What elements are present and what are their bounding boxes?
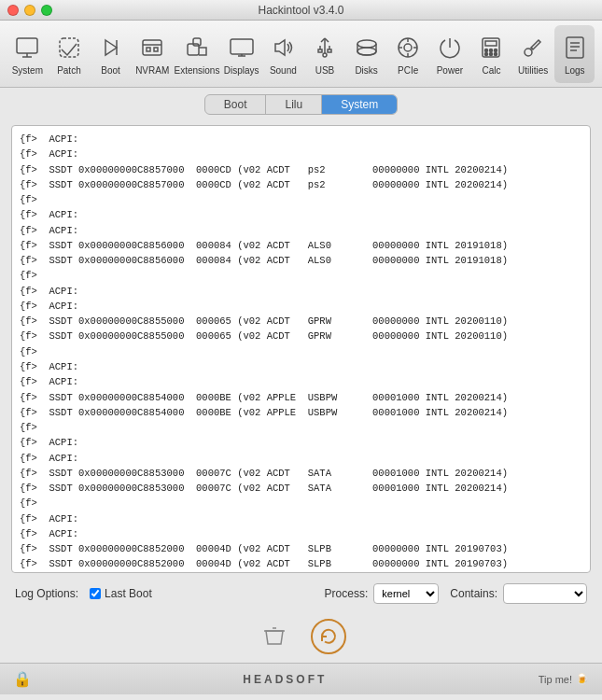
svg-rect-26: [485, 41, 497, 46]
toolbar-system-label: System: [12, 65, 43, 76]
action-bar: [0, 610, 602, 663]
boot-icon: [96, 33, 126, 63]
system-icon: [12, 33, 42, 63]
svg-rect-8: [154, 48, 158, 51]
toolbar-nvram-label: NVRAM: [135, 65, 169, 76]
svg-rect-11: [231, 39, 253, 54]
patch-icon: [54, 33, 84, 63]
boot-tab[interactable]: Boot: [205, 95, 267, 114]
svg-point-21: [357, 48, 376, 55]
contains-label: Contains:: [450, 587, 497, 600]
sound-icon: [268, 33, 298, 63]
lilu-tab[interactable]: Lilu: [266, 95, 322, 114]
svg-rect-0: [17, 38, 37, 53]
toolbar-utilities[interactable]: Utilities: [513, 25, 553, 83]
clear-button[interactable]: [257, 619, 292, 654]
svg-point-15: [323, 53, 327, 57]
toolbar-calc[interactable]: Calc: [471, 25, 511, 83]
svg-rect-3: [60, 38, 78, 57]
minimize-button[interactable]: [24, 5, 35, 16]
svg-rect-10: [193, 38, 201, 46]
displays-icon: [227, 33, 257, 63]
svg-point-33: [525, 49, 532, 56]
toolbar-patch[interactable]: Patch: [49, 25, 90, 83]
toolbar-system[interactable]: System: [7, 25, 48, 83]
toolbar-extensions[interactable]: Extensions: [175, 25, 220, 83]
toolbar-disks[interactable]: Disks: [346, 25, 386, 83]
svg-point-32: [495, 52, 497, 55]
tipme-label: Tip me!: [539, 674, 572, 685]
lock-icon: 🔒: [13, 670, 32, 688]
close-button[interactable]: [7, 5, 19, 16]
toolbar-usb[interactable]: USB: [305, 25, 345, 83]
calc-icon: [476, 33, 506, 63]
tab-bar: Boot Lilu System: [0, 88, 602, 121]
svg-rect-35: [567, 37, 583, 58]
toolbar-logs-label: Logs: [565, 65, 585, 76]
svg-point-31: [490, 52, 493, 55]
window-title: Hackintool v3.4.0: [258, 4, 343, 17]
svg-point-30: [485, 52, 488, 55]
utilities-icon: [518, 33, 548, 63]
toolbar-patch-label: Patch: [57, 65, 81, 76]
log-options-label: Log Options:: [15, 587, 78, 600]
process-select[interactable]: kernel: [373, 583, 439, 604]
extensions-icon: [182, 33, 212, 63]
usb-icon: [310, 33, 340, 63]
last-boot-checkbox[interactable]: [90, 588, 101, 599]
footer: 🔒 HEADSOFT Tip me! 🍺: [0, 663, 602, 694]
disks-icon: [352, 33, 382, 63]
toolbar-boot-label: Boot: [101, 65, 120, 76]
svg-point-23: [404, 44, 412, 51]
process-label: Process:: [325, 587, 369, 600]
toolbar-pcie-label: PCIe: [398, 65, 418, 76]
svg-rect-18: [318, 49, 322, 52]
options-bar: Log Options: Last Boot Process: kernel C…: [0, 577, 602, 610]
toolbar-pcie[interactable]: PCIe: [388, 25, 428, 83]
tab-group: Boot Lilu System: [204, 94, 398, 115]
last-boot-label: Last Boot: [105, 587, 152, 600]
toolbar-power[interactable]: Power: [430, 25, 470, 83]
last-boot-group: Last Boot: [90, 587, 152, 600]
toolbar-sound-label: Sound: [270, 65, 297, 76]
pcie-icon: [393, 33, 423, 63]
beer-icon: 🍺: [576, 673, 589, 685]
nvram-icon: [137, 33, 167, 63]
svg-point-29: [495, 49, 497, 51]
logs-icon: [560, 33, 590, 63]
toolbar-disks-label: Disks: [355, 65, 377, 76]
contains-group: Contains:: [450, 583, 587, 604]
toolbar-boot[interactable]: Boot: [91, 25, 131, 83]
toolbar-sound[interactable]: Sound: [263, 25, 303, 83]
window-controls: [7, 5, 52, 16]
svg-rect-7: [147, 48, 150, 51]
toolbar-power-label: Power: [437, 65, 463, 76]
toolbar-displays[interactable]: Displays: [221, 25, 261, 83]
toolbar-displays-label: Displays: [224, 65, 259, 76]
contains-select[interactable]: [503, 583, 587, 604]
svg-rect-5: [143, 40, 161, 55]
toolbar-nvram[interactable]: NVRAM: [133, 25, 173, 83]
power-icon: [435, 33, 465, 63]
svg-point-27: [485, 49, 488, 51]
log-content[interactable]: {f> ACPI: {f> ACPI: {f> SSDT 0x00000000C…: [12, 126, 590, 572]
toolbar: System Patch Boot: [0, 21, 602, 88]
toolbar-utilities-label: Utilities: [518, 65, 548, 76]
toolbar-logs[interactable]: Logs: [554, 25, 595, 83]
log-area: {f> ACPI: {f> ACPI: {f> SSDT 0x00000000C…: [11, 125, 591, 573]
maximize-button[interactable]: [41, 5, 52, 16]
process-group: Process: kernel: [325, 583, 440, 604]
footer-logo: HEADSOFT: [243, 673, 327, 686]
toolbar-extensions-label: Extensions: [175, 65, 220, 76]
svg-rect-19: [328, 49, 331, 52]
toolbar-calc-label: Calc: [482, 65, 500, 76]
tipme-group: Tip me! 🍺: [539, 673, 589, 685]
svg-point-20: [357, 40, 376, 48]
titlebar: Hackintool v3.4.0: [0, 0, 602, 21]
reload-button[interactable]: [311, 619, 346, 654]
svg-point-28: [490, 49, 493, 51]
system-tab[interactable]: System: [322, 95, 397, 114]
toolbar-usb-label: USB: [315, 65, 335, 76]
